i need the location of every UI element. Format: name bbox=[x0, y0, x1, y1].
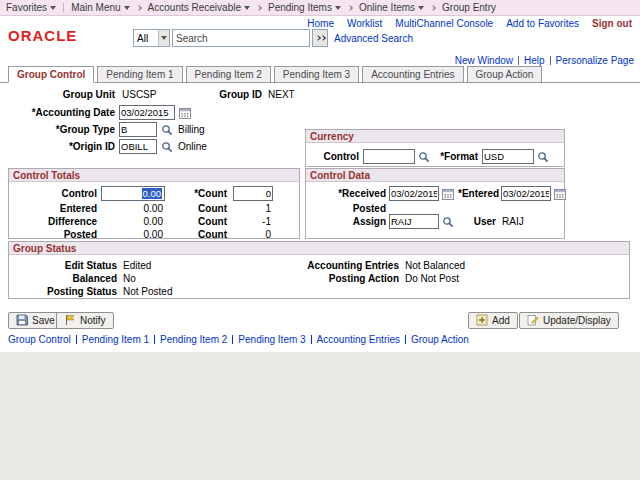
group-type-input[interactable] bbox=[119, 122, 157, 137]
notify-button[interactable]: Notify bbox=[56, 312, 114, 329]
calendar-icon[interactable] bbox=[178, 106, 191, 119]
divider bbox=[76, 335, 77, 344]
lookup-icon[interactable] bbox=[441, 215, 454, 228]
pencil-icon bbox=[527, 314, 539, 328]
tab-accounting-entries[interactable]: Accounting Entries bbox=[362, 66, 463, 83]
tab-group-action[interactable]: Group Action bbox=[467, 66, 543, 83]
received-date-input[interactable] bbox=[389, 186, 439, 201]
home-link[interactable]: Home bbox=[307, 18, 334, 29]
control-amount-input[interactable]: 0.00 bbox=[101, 186, 165, 201]
footer-link-pending-item-2[interactable]: Pending Item 2 bbox=[160, 334, 227, 345]
accounting-date-input[interactable] bbox=[119, 105, 175, 120]
posting-status-label: Posting Status bbox=[17, 286, 117, 297]
notify-flag-icon bbox=[64, 314, 76, 328]
help-link[interactable]: Help bbox=[524, 55, 545, 66]
difference-count-value: -1 bbox=[231, 216, 271, 227]
add-button[interactable]: Add bbox=[468, 312, 518, 329]
accounting-date-label: *Accounting Date bbox=[10, 107, 115, 118]
edit-status-value: Edited bbox=[123, 260, 151, 271]
assign-label: Assign bbox=[312, 216, 386, 227]
currency-control-label: Control bbox=[314, 151, 359, 162]
group-unit-label: Group Unit bbox=[40, 89, 115, 100]
notify-button-label: Notify bbox=[80, 315, 106, 326]
advanced-search-link[interactable]: Advanced Search bbox=[334, 33, 413, 44]
update-display-button[interactable]: Update/Display bbox=[519, 312, 619, 329]
entered-count-label: Count bbox=[169, 203, 227, 214]
user-value: RAIJ bbox=[502, 216, 524, 227]
control-totals-title: Control Totals bbox=[9, 169, 299, 182]
lookup-icon[interactable] bbox=[417, 150, 430, 163]
breadcrumb-online-items[interactable]: Online Items bbox=[359, 2, 424, 13]
chevron-down-icon bbox=[161, 36, 167, 40]
footer-link-accounting-entries[interactable]: Accounting Entries bbox=[317, 334, 400, 345]
difference-amount-label: Difference bbox=[17, 216, 97, 227]
breadcrumb-main-menu[interactable]: Main Menu bbox=[71, 2, 129, 13]
origin-id-input[interactable] bbox=[119, 139, 157, 154]
breadcrumb-divider bbox=[63, 3, 64, 12]
control-count-input[interactable] bbox=[233, 186, 273, 201]
control-data-title: Control Data bbox=[306, 169, 564, 182]
breadcrumb-label: Pending Items bbox=[268, 2, 332, 13]
add-to-favorites-link[interactable]: Add to Favorites bbox=[506, 18, 579, 29]
user-label: User bbox=[458, 216, 496, 227]
currency-groupbox: Currency Control *Format bbox=[305, 129, 565, 167]
control-count-label: *Count bbox=[169, 188, 227, 199]
chevron-down-icon bbox=[418, 6, 424, 10]
new-window-link[interactable]: New Window bbox=[455, 55, 513, 66]
divider bbox=[311, 335, 312, 344]
currency-format-label: *Format bbox=[434, 151, 478, 162]
control-data-groupbox: Control Data *Received *Entered Posted A… bbox=[305, 168, 565, 239]
save-button[interactable]: Save bbox=[8, 312, 63, 329]
breadcrumb-favorites[interactable]: Favorites bbox=[6, 2, 56, 13]
lookup-icon[interactable] bbox=[160, 123, 173, 136]
footer-link-group-action[interactable]: Group Action bbox=[411, 334, 469, 345]
currency-format-input[interactable] bbox=[482, 149, 534, 164]
personalize-page-link[interactable]: Personalize Page bbox=[556, 55, 634, 66]
worklist-link[interactable]: Worklist bbox=[347, 18, 382, 29]
breadcrumb: Favorites Main Menu Accounts Receivable … bbox=[0, 0, 640, 16]
calendar-icon[interactable] bbox=[441, 187, 454, 200]
breadcrumb-pending-items[interactable]: Pending Items bbox=[268, 2, 341, 13]
calendar-icon[interactable] bbox=[553, 187, 566, 200]
chevron-right-icon bbox=[136, 5, 142, 11]
chevron-down-icon bbox=[50, 6, 56, 10]
entered-count-value: 1 bbox=[231, 203, 271, 214]
page-tabs: Group Control Pending Item 1 Pending Ite… bbox=[8, 66, 542, 83]
search-scope-select[interactable]: All bbox=[133, 29, 170, 47]
page-bar-links: New Window Help Personalize Page bbox=[455, 55, 634, 66]
search-go-button[interactable] bbox=[312, 29, 328, 47]
chevron-right-icon bbox=[256, 5, 262, 11]
dropdown-button[interactable] bbox=[158, 30, 169, 46]
currency-control-input[interactable] bbox=[363, 149, 415, 164]
breadcrumb-accounts-receivable[interactable]: Accounts Receivable bbox=[148, 2, 250, 13]
chevron-down-icon bbox=[124, 6, 130, 10]
breadcrumb-label: Accounts Receivable bbox=[148, 2, 241, 13]
add-plus-icon bbox=[476, 314, 488, 328]
group-unit-value: USCSP bbox=[122, 89, 156, 100]
assign-input[interactable] bbox=[389, 214, 439, 229]
footer-link-pending-item-3[interactable]: Pending Item 3 bbox=[238, 334, 305, 345]
multichannel-console-link[interactable]: MultiChannel Console bbox=[395, 18, 493, 29]
tab-pending-item-1[interactable]: Pending Item 1 bbox=[97, 66, 182, 83]
lookup-icon[interactable] bbox=[536, 150, 549, 163]
breadcrumb-label: Main Menu bbox=[71, 2, 120, 13]
chevron-right-icon bbox=[347, 5, 353, 11]
search-input[interactable] bbox=[172, 29, 310, 47]
group-status-title: Group Status bbox=[9, 242, 629, 255]
footer-link-group-control[interactable]: Group Control bbox=[8, 334, 71, 345]
group-id-label: Group ID bbox=[205, 89, 262, 100]
tab-group-control[interactable]: Group Control bbox=[8, 66, 94, 83]
divider bbox=[518, 56, 519, 65]
breadcrumb-group-entry[interactable]: Group Entry bbox=[442, 2, 496, 13]
footer-link-pending-item-1[interactable]: Pending Item 1 bbox=[82, 334, 149, 345]
entered-amount-label: Entered bbox=[17, 203, 97, 214]
sign-out-link[interactable]: Sign out bbox=[592, 18, 632, 29]
posting-action-value: Do Not Post bbox=[405, 273, 459, 284]
tab-pending-item-3[interactable]: Pending Item 3 bbox=[274, 66, 359, 83]
entered-date-input[interactable] bbox=[501, 186, 551, 201]
footer-page-links: Group Control Pending Item 1 Pending Ite… bbox=[8, 334, 469, 345]
chevron-down-icon bbox=[244, 6, 250, 10]
tab-pending-item-2[interactable]: Pending Item 2 bbox=[186, 66, 271, 83]
lookup-icon[interactable] bbox=[160, 140, 173, 153]
posted-count-value: 0 bbox=[231, 229, 271, 240]
